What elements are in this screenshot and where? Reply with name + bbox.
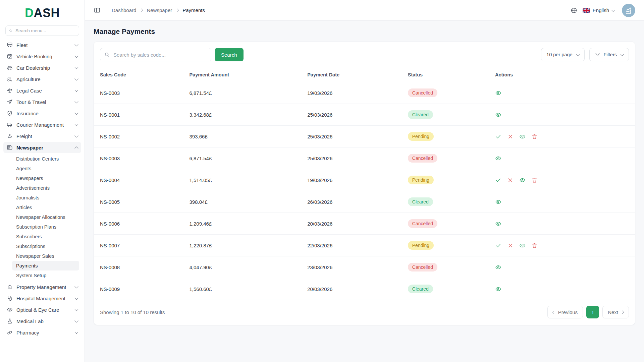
table-row: NS-0003 6,871.54£ 19/03/2026 Cancelled: [94, 82, 635, 104]
chevron-down-icon: [74, 88, 78, 92]
sidebar-item-label: Medical Lab: [16, 318, 44, 324]
language-selector[interactable]: English: [583, 7, 614, 13]
reject-button[interactable]: [507, 133, 514, 140]
sidebar-item-freight[interactable]: Freight: [3, 130, 81, 142]
x-icon: [507, 177, 514, 183]
breadcrumb: Dashboard Newspaper Payments: [112, 7, 205, 13]
reject-button[interactable]: [507, 177, 514, 183]
submenu-item-payments[interactable]: Payments: [12, 261, 79, 270]
cell-sales-code: NS-0002: [100, 134, 190, 139]
search-button[interactable]: Search: [215, 48, 244, 61]
globe-button[interactable]: [571, 7, 577, 14]
view-button[interactable]: [495, 221, 501, 227]
toolbar-right: 10 per page Filters: [541, 48, 629, 61]
cell-payment-date: 20/03/2026: [307, 286, 408, 292]
breadcrumb-dashboard[interactable]: Dashboard: [112, 7, 136, 13]
submenu-item-articles[interactable]: Articles: [12, 202, 79, 212]
sidebar-toggle-button[interactable]: [94, 7, 101, 14]
avatar-image: [622, 4, 635, 17]
submenu-item-advertisements[interactable]: Advertisements: [12, 183, 79, 193]
ship-icon: [7, 133, 13, 139]
submenu-item-distribution-centers[interactable]: Distribution Centers: [12, 154, 79, 164]
sidebar-item-tour-travel[interactable]: Tour & Travel: [3, 96, 81, 108]
page-content: Manage Payments Search 10 per page Filte…: [85, 21, 644, 330]
sidebar-search-input[interactable]: [15, 28, 75, 34]
delete-button[interactable]: [531, 177, 538, 183]
page-1-button[interactable]: 1: [586, 306, 599, 318]
view-button[interactable]: [495, 112, 501, 118]
search-icon: [9, 28, 12, 33]
sidebar-item-courier-management[interactable]: Courier Management: [3, 119, 81, 130]
approve-button[interactable]: [495, 133, 501, 140]
breadcrumb-newspaper[interactable]: Newspaper: [147, 7, 172, 13]
submenu-item-subscriptions[interactable]: Subscriptions: [12, 241, 79, 251]
cell-payment-amount: 1,560.60£: [190, 286, 308, 292]
submenu-item-subscription-plans[interactable]: Subscription Plans: [12, 222, 79, 232]
column-header-payment-date: Payment Date: [307, 72, 408, 77]
sales-code-search-input[interactable]: [113, 52, 207, 58]
sidebar-item-vehicle-booking[interactable]: Vehicle Booking: [3, 51, 81, 62]
pill-icon: [7, 329, 13, 336]
cell-sales-code: NS-0004: [100, 177, 190, 183]
table-header: Sales Code Payment Amount Payment Date S…: [94, 67, 635, 82]
sidebar-item-insurance[interactable]: Insurance: [3, 108, 81, 119]
sidebar-item-label: Property Management: [16, 284, 66, 290]
cell-sales-code: NS-0006: [100, 221, 190, 227]
avatar[interactable]: [622, 4, 635, 17]
table-row: NS-0001 3,342.68£ 25/03/2026 Cleared: [94, 104, 635, 126]
sidebar-item-medical-lab[interactable]: Medical Lab: [3, 315, 81, 327]
per-page-select[interactable]: 10 per page: [541, 48, 584, 61]
column-header-status: Status: [408, 72, 495, 77]
sidebar-item-property-management[interactable]: Property Management: [3, 281, 81, 293]
approve-button[interactable]: [495, 242, 501, 249]
trash-icon: [531, 242, 538, 249]
submenu-item-newspaper-allocations[interactable]: Newspaper Allocations: [12, 212, 79, 222]
status-badge: Cleared: [408, 110, 433, 119]
sidebar-item-legal-case[interactable]: Legal Case: [3, 85, 81, 96]
submenu-item-newspaper-sales[interactable]: Newspaper Sales: [12, 251, 79, 261]
sidebar-item-car-dealership[interactable]: Car Dealership: [3, 62, 81, 73]
cell-sales-code: NS-0003: [100, 156, 190, 161]
pagination: Showing 1 to 10 of 10 results Previous 1…: [94, 300, 635, 325]
delete-button[interactable]: [531, 133, 538, 140]
next-button[interactable]: Next: [602, 306, 629, 318]
panel-toggle-icon: [94, 7, 101, 14]
submenu-item-system-setup[interactable]: System Setup: [12, 270, 79, 280]
reject-button[interactable]: [507, 242, 514, 249]
submenu-item-journalists[interactable]: Journalists: [12, 193, 79, 202]
eye-icon: [519, 242, 526, 249]
column-header-sales-code: Sales Code: [100, 72, 190, 77]
status-badge: Pending: [408, 176, 434, 184]
eye-icon: [495, 286, 501, 292]
submenu-item-newspapers[interactable]: Newspapers: [12, 173, 79, 183]
view-button[interactable]: [495, 155, 501, 162]
sidebar-item-agriculture[interactable]: Agriculture: [3, 73, 81, 85]
delete-button[interactable]: [531, 242, 538, 249]
cell-payment-amount: 6,871.54£: [190, 156, 308, 161]
view-button[interactable]: [495, 286, 501, 292]
view-button[interactable]: [495, 199, 501, 205]
sidebar-item-label: Tour & Travel: [16, 99, 46, 105]
chevron-left-icon: [552, 310, 555, 314]
submenu-item-subscribers[interactable]: Subscribers: [12, 232, 79, 241]
globe-icon: [571, 7, 577, 14]
view-button[interactable]: [519, 177, 526, 183]
submenu-item-agents[interactable]: Agents: [12, 164, 79, 173]
filters-button[interactable]: Filters: [589, 48, 629, 61]
view-button[interactable]: [519, 242, 526, 249]
approve-button[interactable]: [495, 177, 501, 183]
filters-label: Filters: [604, 52, 617, 57]
status-badge: Cancelled: [408, 219, 437, 228]
sidebar-item-newspaper[interactable]: Newspaper: [3, 142, 81, 153]
sidebar-item-hospital-management[interactable]: Hospital Management: [3, 293, 81, 304]
chevron-down-icon: [74, 77, 78, 80]
previous-button[interactable]: Previous: [547, 306, 583, 318]
sidebar-item-fleet[interactable]: Fleet: [3, 39, 81, 51]
chevron-down-icon: [74, 307, 78, 311]
view-button[interactable]: [495, 90, 501, 96]
sidebar-item-optical-eye-care[interactable]: Optical & Eye Care: [3, 304, 81, 315]
chevron-down-icon: [74, 111, 78, 115]
sidebar-item-pharmacy[interactable]: Pharmacy: [3, 327, 81, 338]
view-button[interactable]: [495, 264, 501, 270]
view-button[interactable]: [519, 133, 526, 140]
